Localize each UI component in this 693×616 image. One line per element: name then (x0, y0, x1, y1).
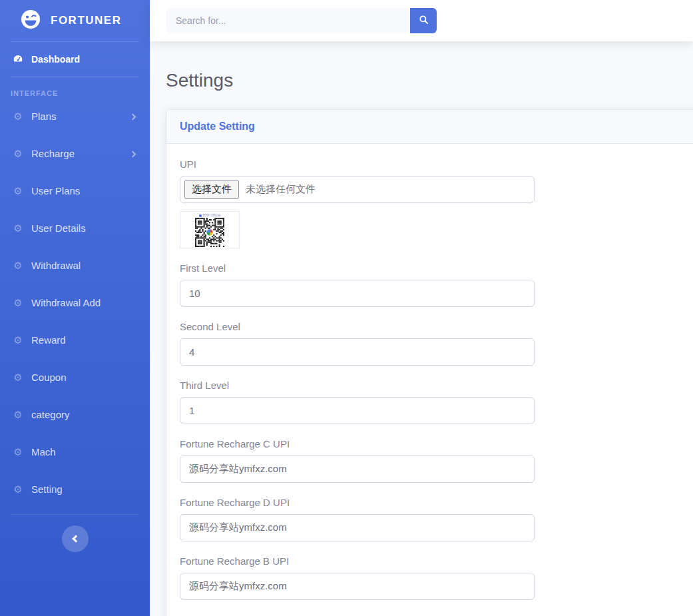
card-body: UPI 选择文件 未选择任何文件 BHP Official First Leve… (166, 144, 693, 616)
laugh-wink-logo-icon (20, 9, 41, 33)
page-content: Settings Update Setting UPI 选择文件 未选择任何文件… (150, 41, 693, 616)
gear-icon: ⚙ (11, 260, 25, 271)
sidebar: FORTUNER Dashboard INTERFACE ⚙ Plans ⚙ R… (0, 0, 150, 616)
fortune-recharge-c-input[interactable] (180, 456, 535, 483)
search-button[interactable] (410, 8, 437, 33)
third-level-input[interactable] (180, 397, 535, 424)
sidebar-collapse-button[interactable] (62, 525, 89, 552)
fortune-recharge-b-group: Fortune Recharge B UPI (180, 554, 693, 600)
fortune-recharge-b-input[interactable] (180, 573, 535, 600)
gear-icon: ⚙ (11, 484, 25, 495)
sidebar-item-label: Withdrawal (31, 258, 81, 273)
sidebar-item-coupon[interactable]: ⚙ Coupon (0, 359, 150, 396)
fortune-recharge-d-group: Fortune Recharge D UPI (180, 495, 693, 541)
file-status-text: 未选择任何文件 (246, 183, 316, 196)
main-area: Settings Update Setting UPI 选择文件 未选择任何文件… (150, 0, 693, 616)
sidebar-item-setting[interactable]: ⚙ Setting (0, 471, 150, 508)
sidebar-item-label: Plans (31, 109, 57, 124)
fortune-recharge-d-label: Fortune Recharge D UPI (180, 495, 693, 509)
gear-icon: ⚙ (11, 298, 25, 308)
gear-icon: ⚙ (11, 149, 25, 159)
first-level-input[interactable] (180, 280, 535, 307)
third-level-label: Third Level (180, 378, 693, 392)
sidebar-item-mach[interactable]: ⚙ Mach (0, 434, 150, 471)
sidebar-item-withdrawal-add[interactable]: ⚙ Withdrawal Add (0, 284, 150, 322)
gear-icon: ⚙ (11, 223, 25, 234)
search-input[interactable] (166, 8, 410, 33)
second-level-group: Second Level (180, 320, 693, 366)
search-form (166, 8, 437, 33)
topbar (150, 0, 693, 41)
sidebar-item-label: User Details (31, 221, 86, 236)
brand[interactable]: FORTUNER (0, 0, 150, 41)
brand-name: FORTUNER (51, 14, 121, 27)
page-title: Settings (166, 69, 693, 92)
update-setting-card: Update Setting UPI 选择文件 未选择任何文件 BHP Offi… (166, 109, 693, 616)
sidebar-item-label: Reward (31, 333, 66, 348)
search-icon (419, 15, 429, 27)
upi-form-group: UPI 选择文件 未选择任何文件 BHP Official (180, 157, 693, 248)
gear-icon: ⚙ (11, 410, 25, 420)
sidebar-item-label: Mach (31, 445, 56, 460)
choose-file-button[interactable]: 选择文件 (184, 180, 239, 199)
sidebar-item-user-plans[interactable]: ⚙ User Plans (0, 172, 150, 210)
fortune-recharge-a-group: Fortune Recharge A UPI (180, 613, 693, 616)
card-title: Update Setting (180, 121, 255, 132)
sidebar-item-withdrawal[interactable]: ⚙ Withdrawal (0, 247, 150, 284)
sidebar-item-reward[interactable]: ⚙ Reward (0, 322, 150, 359)
gear-icon: ⚙ (11, 372, 25, 383)
sidebar-item-recharge[interactable]: ⚙ Recharge (0, 135, 150, 172)
sidebar-item-label: Dashboard (31, 52, 80, 67)
second-level-input[interactable] (180, 338, 535, 366)
card-header: Update Setting (166, 110, 693, 144)
chevron-left-icon (72, 535, 79, 542)
sidebar-item-label: Recharge (31, 147, 75, 161)
sidebar-section-heading: INTERFACE (0, 77, 150, 98)
tachometer-icon (11, 53, 25, 66)
gear-icon: ⚙ (11, 447, 25, 458)
sidebar-item-label: category (31, 408, 70, 422)
sidebar-item-label: Setting (31, 482, 63, 497)
fortune-recharge-b-label: Fortune Recharge B UPI (180, 554, 693, 568)
sidebar-item-label: Withdrawal Add (31, 296, 101, 310)
sidebar-item-label: Coupon (31, 370, 67, 385)
sidebar-item-plans[interactable]: ⚙ Plans (0, 98, 150, 135)
fortune-recharge-c-label: Fortune Recharge C UPI (180, 437, 693, 451)
gear-icon: ⚙ (11, 186, 25, 196)
fortune-recharge-a-label: Fortune Recharge A UPI (180, 613, 693, 616)
sidebar-item-category[interactable]: ⚙ category (0, 396, 150, 434)
gear-icon: ⚙ (11, 335, 25, 346)
fortune-recharge-d-input[interactable] (180, 514, 535, 541)
gear-icon: ⚙ (11, 111, 25, 122)
sidebar-item-label: User Plans (31, 184, 80, 198)
upi-file-input[interactable]: 选择文件 未选择任何文件 (180, 176, 535, 203)
first-level-label: First Level (180, 261, 693, 275)
chevron-right-icon (130, 113, 136, 120)
qr-caption: BHP Official (199, 213, 221, 218)
upi-qr-pattern (195, 218, 224, 247)
sidebar-item-user-details[interactable]: ⚙ User Details (0, 210, 150, 247)
upi-label: UPI (180, 157, 693, 171)
fortune-recharge-c-group: Fortune Recharge C UPI (180, 437, 693, 483)
first-level-group: First Level (180, 261, 693, 307)
second-level-label: Second Level (180, 320, 693, 334)
upi-qr-image: BHP Official (180, 211, 240, 248)
sidebar-item-dashboard[interactable]: Dashboard (0, 42, 150, 77)
third-level-group: Third Level (180, 378, 693, 424)
sidebar-menu: ⚙ Plans ⚙ Recharge ⚙ User Plans ⚙ User D… (0, 98, 150, 508)
chevron-right-icon (130, 151, 136, 157)
